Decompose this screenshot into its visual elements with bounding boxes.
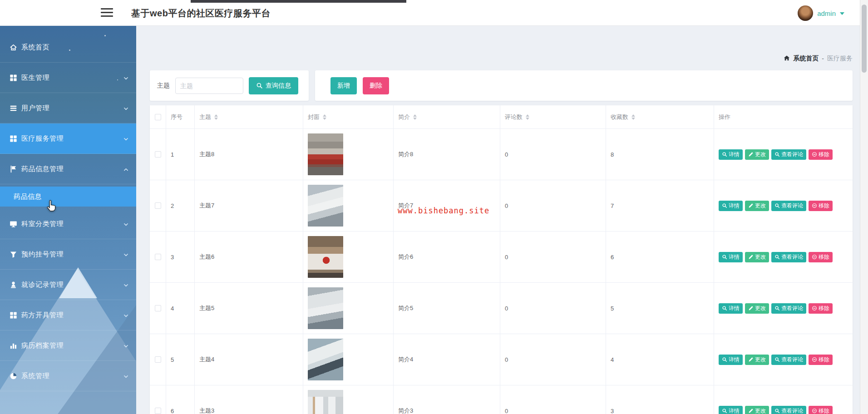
action-button-remove[interactable]: 移除 <box>809 252 833 262</box>
cell-favorites: 5 <box>606 283 714 334</box>
sidebar-item[interactable]: 病历档案管理 <box>0 330 136 361</box>
action-button-view-comments[interactable]: 查看评论 <box>771 201 806 211</box>
column-label: 主题 <box>199 113 211 121</box>
cover-image[interactable] <box>308 390 343 414</box>
cell-index: 2 <box>166 180 195 231</box>
sort-caret-icon[interactable] <box>323 114 326 120</box>
row-checkbox[interactable] <box>155 254 161 260</box>
cell-index-text: 6 <box>171 408 174 414</box>
row-checkbox-cell <box>150 180 166 231</box>
cell-cover <box>303 334 394 385</box>
magnifier-icon <box>722 306 727 311</box>
action-button-view-comments[interactable]: 查看评论 <box>771 303 806 314</box>
cell-comments: 0 <box>500 129 606 180</box>
action-button-edit[interactable]: 更改 <box>745 303 769 314</box>
sidebar-item-label: 系统首页 <box>21 43 49 52</box>
action-button-edit[interactable]: 更改 <box>745 149 769 160</box>
scrollbar-thumb[interactable] <box>862 5 867 73</box>
circle-minus-icon <box>812 203 817 208</box>
sidebar-item[interactable]: 药品信息管理 <box>0 154 136 184</box>
user-menu[interactable]: admin <box>798 5 844 22</box>
menu-toggle-icon[interactable] <box>101 8 113 18</box>
action-button-view-comments[interactable]: 查看评论 <box>771 406 806 414</box>
sort-caret-icon[interactable] <box>413 114 417 120</box>
sort-caret-icon[interactable] <box>631 114 635 120</box>
action-button-label: 详情 <box>729 151 740 158</box>
sidebar-item[interactable]: 系统首页 <box>0 32 136 63</box>
column-label: 操作 <box>719 113 730 121</box>
sort-caret-icon[interactable] <box>214 114 218 120</box>
action-button-details[interactable]: 详情 <box>719 149 743 160</box>
action-button-label: 移除 <box>819 305 829 312</box>
action-button-details[interactable]: 详情 <box>719 355 743 365</box>
action-button-edit[interactable]: 更改 <box>745 355 769 365</box>
pencil-icon <box>748 408 754 414</box>
circle-minus-icon <box>812 357 817 362</box>
action-button-remove[interactable]: 移除 <box>809 201 833 211</box>
action-button-details[interactable]: 详情 <box>719 201 743 211</box>
cell-topic-text: 主题8 <box>199 150 214 158</box>
table-header-cell[interactable]: 封面 <box>303 105 394 128</box>
cover-image[interactable] <box>308 185 343 227</box>
avatar <box>798 5 813 21</box>
sidebar-item-label: 医生管理 <box>21 74 49 82</box>
action-button-view-comments[interactable]: 查看评论 <box>771 252 806 262</box>
action-button-label: 查看评论 <box>781 151 803 158</box>
sidebar-item[interactable]: 医生管理 <box>0 63 136 93</box>
action-button-details[interactable]: 详情 <box>719 252 743 262</box>
action-button-details[interactable]: 详情 <box>719 406 743 414</box>
select-all-checkbox[interactable] <box>155 114 161 120</box>
sidebar-item[interactable]: 科室分类管理 <box>0 209 136 239</box>
sort-caret-icon[interactable] <box>526 114 529 120</box>
add-button[interactable]: 新增 <box>330 77 357 94</box>
table-header-cell[interactable]: 评论数 <box>500 105 606 128</box>
sidebar-item[interactable]: 用户管理 <box>0 93 136 123</box>
action-button-details[interactable]: 详情 <box>719 303 743 314</box>
table-header-cell[interactable]: 收藏数 <box>606 105 714 128</box>
row-checkbox[interactable] <box>155 408 161 414</box>
cell-index: 4 <box>166 283 195 334</box>
sidebar-item[interactable]: 预约挂号管理 <box>0 239 136 270</box>
toolbar: 主题 查询信息 新增 删除 <box>150 70 853 101</box>
cover-image[interactable] <box>308 339 343 380</box>
table-row: 4主题5简介505详情更改查看评论移除 <box>150 283 853 334</box>
action-button-view-comments[interactable]: 查看评论 <box>771 355 806 365</box>
search-input[interactable] <box>175 78 243 94</box>
cell-intro: 简介7 <box>394 180 500 231</box>
action-button-edit[interactable]: 更改 <box>745 252 769 262</box>
row-checkbox[interactable] <box>155 151 161 158</box>
cell-intro: 简介6 <box>394 232 500 282</box>
table-header-cell[interactable]: 简介 <box>394 105 500 128</box>
cell-favorites: 6 <box>606 232 714 282</box>
sidebar-item[interactable]: 就诊记录管理 <box>0 270 136 300</box>
scrollbar[interactable] <box>860 0 868 414</box>
cover-image[interactable] <box>308 287 343 329</box>
search-button[interactable]: 查询信息 <box>249 77 298 94</box>
action-button-view-comments[interactable]: 查看评论 <box>771 149 806 160</box>
cell-topic: 主题7 <box>195 180 303 231</box>
cell-actions: 详情更改查看评论移除 <box>714 180 853 231</box>
action-button-edit[interactable]: 更改 <box>745 201 769 211</box>
cell-favorites: 7 <box>606 180 714 231</box>
delete-button[interactable]: 删除 <box>363 77 389 94</box>
cell-intro-text: 简介3 <box>398 407 413 414</box>
row-checkbox[interactable] <box>155 356 161 363</box>
action-button-remove[interactable]: 移除 <box>809 355 833 365</box>
sidebar-item[interactable]: 医疗服务管理 <box>0 123 136 154</box>
sidebar-item-label: 药品信息管理 <box>21 165 64 173</box>
row-checkbox[interactable] <box>155 305 161 311</box>
action-button-remove[interactable]: 移除 <box>809 303 833 314</box>
cover-image[interactable] <box>308 133 343 175</box>
sidebar-subitem[interactable]: 药品信息 <box>0 184 136 209</box>
action-button-edit[interactable]: 更改 <box>745 406 769 414</box>
sidebar-item[interactable]: 药方开具管理 <box>0 300 136 330</box>
sidebar-item[interactable]: 系统管理 <box>0 361 136 391</box>
chevron-down-icon <box>123 282 129 288</box>
action-button-remove[interactable]: 移除 <box>809 406 833 414</box>
table-header-cell[interactable]: 主题 <box>195 105 303 128</box>
list-icon <box>10 104 17 112</box>
breadcrumb-home-link[interactable]: 系统首页 <box>793 54 819 63</box>
row-checkbox[interactable] <box>155 202 161 209</box>
action-button-remove[interactable]: 移除 <box>809 149 833 160</box>
cover-image[interactable] <box>308 236 343 278</box>
